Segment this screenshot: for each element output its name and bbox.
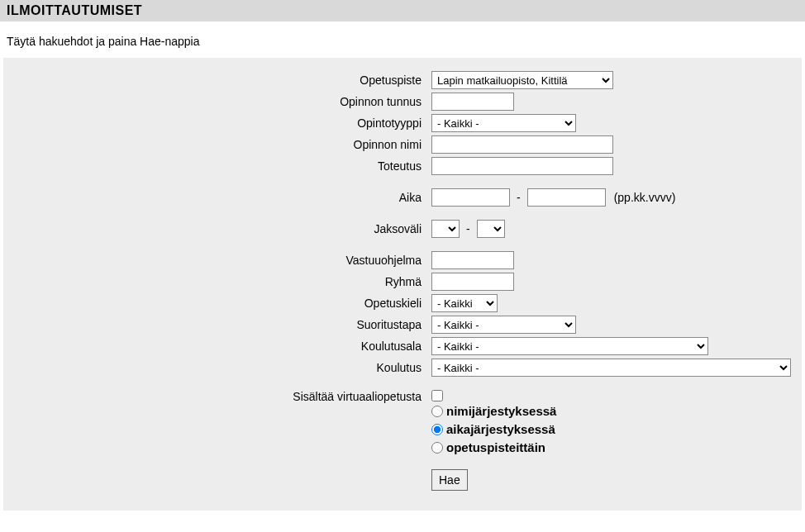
jaksovali-label: Jaksoväli [10,222,431,235]
suoritustapa-select[interactable]: - Kaikki - [431,316,576,334]
ryhma-label: Ryhmä [10,275,431,288]
toteutus-input[interactable] [431,157,613,175]
opinnon-tunnus-input[interactable] [431,93,514,111]
virtuaali-label: Sisältää virtuaaliopetusta [10,390,431,403]
sort-nimi-radio[interactable] [431,406,443,417]
ryhma-input[interactable] [431,273,514,291]
sort-opetus-row[interactable]: opetuspisteittäin [431,440,545,454]
vastuuohjelma-input[interactable] [431,251,514,269]
opinnon-tunnus-label: Opinnon tunnus [10,95,431,108]
jaksovali-separator: - [466,222,470,235]
opintotyyppi-select[interactable]: - Kaikki - [431,114,576,132]
sort-aika-label: aikajärjestyksessä [446,422,555,436]
jaksovali-from-select[interactable] [431,220,460,238]
page-title: ILMOITTAUTUMISET [7,3,142,17]
opinnon-nimi-label: Opinnon nimi [10,138,431,151]
koulutusala-label: Koulutusala [10,340,431,353]
aika-to-input[interactable] [527,188,606,207]
vastuuohjelma-label: Vastuuohjelma [10,254,431,267]
opetuskieli-label: Opetuskieli [10,297,431,310]
toteutus-label: Toteutus [10,159,431,173]
opinnon-nimi-input[interactable] [431,135,613,154]
sort-aika-radio[interactable] [431,424,443,435]
sort-aika-row[interactable]: aikajärjestyksessä [431,422,555,436]
koulutus-label: Koulutus [10,361,431,374]
aika-from-input[interactable] [431,188,510,207]
koulutus-select[interactable]: - Kaikki - [431,359,791,377]
sort-nimi-row[interactable]: nimijärjestyksessä [431,404,556,418]
opintotyyppi-label: Opintotyyppi [10,116,431,130]
aika-separator: - [517,191,521,204]
instruction-text: Täytä hakuehdot ja paina Hae-nappia [0,21,805,58]
opetuspiste-select[interactable]: Lapin matkailuopisto, Kittilä [431,71,613,89]
page-header: ILMOITTAUTUMISET [0,0,805,21]
opetuspiste-label: Opetuspiste [10,74,431,87]
opetuskieli-select[interactable]: - Kaikki - [431,294,498,312]
virtuaali-checkbox[interactable] [431,390,443,401]
jaksovali-to-select[interactable] [477,220,505,238]
suoritustapa-label: Suoritustapa [10,318,431,331]
aika-hint: (pp.kk.vvvv) [614,191,676,204]
sort-opetus-label: opetuspisteittäin [446,440,545,454]
sort-nimi-label: nimijärjestyksessä [446,404,556,418]
sort-opetus-radio[interactable] [431,442,443,454]
koulutusala-select[interactable]: - Kaikki - [431,337,708,355]
search-form: Opetuspiste Lapin matkailuopisto, Kittil… [3,58,802,511]
search-button[interactable]: Hae [431,469,468,491]
aika-label: Aika [10,191,431,204]
